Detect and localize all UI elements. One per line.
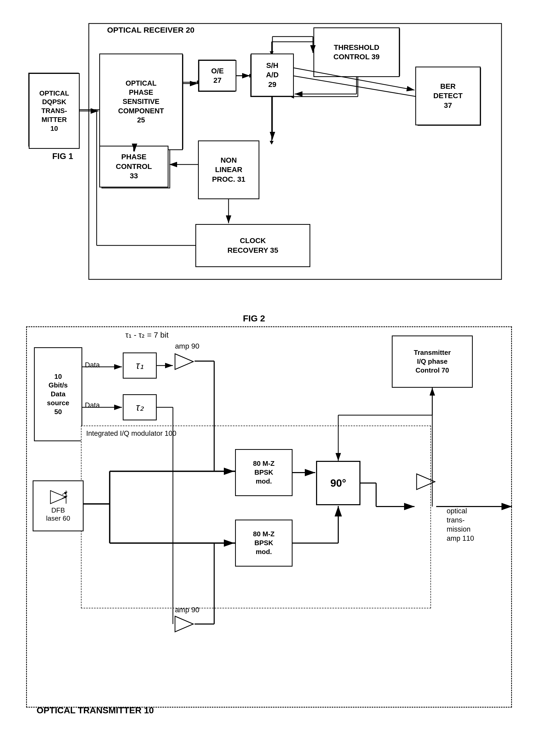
tau2-box: τ₂ <box>123 394 157 420</box>
fig1-diagram: FIG 1 OPTICAL RECEIVER 20 OPTICAL DQPSK … <box>21 16 517 290</box>
amp90-top-label: amp 90 <box>175 342 199 350</box>
fig1-label: FIG 1 <box>52 151 73 161</box>
transmitter-box: OPTICAL DQPSK TRANS- MITTER 10 <box>29 73 80 149</box>
bpsk2-box: 80 M-Z BPSK mod. <box>235 520 293 567</box>
tau1-label: τ₁ <box>136 360 143 371</box>
svg-marker-52 <box>175 616 193 632</box>
clock-recovery-box: CLOCK RECOVERY 35 <box>195 224 310 267</box>
bpsk1-box: 80 M-Z BPSK mod. <box>235 449 293 496</box>
oe-label: O/E 27 <box>211 66 224 85</box>
output-amp-triangle <box>415 473 436 492</box>
data-source-label: 10 Gbit/s Data source 50 <box>47 372 69 416</box>
ber-detect-box: BER DETECT 37 <box>415 66 481 125</box>
fig2-label: FIG 2 <box>243 313 265 324</box>
amp90-bot-label: amp 90 <box>175 606 199 614</box>
bpsk1-label: 80 M-Z BPSK mod. <box>253 459 275 486</box>
transmitter-iq-box: Transmitter I/Q phase Control 70 <box>392 335 473 388</box>
optical-receiver-label: OPTICAL RECEIVER 20 <box>107 26 195 35</box>
sh-ad-box: S/H A/D 29 <box>251 54 294 97</box>
dfb-laser-label: DFBlaser 60 <box>46 506 70 523</box>
nonlinear-box: NON LINEAR PROC. 31 <box>198 141 259 199</box>
tau-equation: τ₁ - τ₂ = 7 bit <box>125 330 168 340</box>
dfb-laser-box: DFBlaser 60 <box>33 481 84 531</box>
amp90-bot-triangle <box>174 615 195 634</box>
clock-recovery-label: CLOCK RECOVERY 35 <box>227 236 278 255</box>
svg-marker-48 <box>51 491 66 504</box>
optical-phase-box: OPTICAL PHASE SENSITIVE COMPONENT 25 <box>99 54 183 150</box>
phase-control-box: PHASE CONTROL 33 <box>99 146 168 187</box>
svg-line-16 <box>293 76 417 97</box>
fig2-diagram: FIG 2 OPTICAL TRANSMITTER 10 τ₁ - τ₂ = 7… <box>21 311 517 723</box>
bpsk2-label: 80 M-Z BPSK mod. <box>253 530 275 556</box>
sh-ad-label: S/H A/D 29 <box>266 61 278 89</box>
optical-trans-label: opticaltrans-missionamp 110 <box>447 507 474 543</box>
amp90-top-triangle <box>174 352 195 372</box>
svg-marker-26 <box>270 141 274 144</box>
oe-box: O/E 27 <box>199 60 236 91</box>
threshold-box: THRESHOLD CONTROL 39 <box>314 27 400 77</box>
tau1-box: τ₁ <box>123 352 157 379</box>
data2-label: Data <box>85 401 100 409</box>
transmitter-label: OPTICAL DQPSK TRANS- MITTER 10 <box>39 89 69 133</box>
svg-marker-47 <box>175 354 193 369</box>
transmitter-iq-label: Transmitter I/Q phase Control 70 <box>414 348 451 375</box>
optical-phase-label: OPTICAL PHASE SENSITIVE COMPONENT 25 <box>118 79 164 125</box>
data1-label: Data <box>85 361 100 369</box>
nonlinear-label: NON LINEAR PROC. 31 <box>212 156 245 184</box>
data-source-box: 10 Gbit/s Data source 50 <box>34 347 82 441</box>
threshold-label: THRESHOLD CONTROL 39 <box>334 43 380 62</box>
ber-detect-label: BER DETECT 37 <box>433 82 463 110</box>
svg-marker-53 <box>417 474 435 490</box>
svg-line-50 <box>62 492 67 494</box>
tau2-label: τ₂ <box>136 402 143 413</box>
phase-control-label: PHASE CONTROL 33 <box>116 152 152 181</box>
page-container: FIG 1 OPTICAL RECEIVER 20 OPTICAL DQPSK … <box>21 16 539 723</box>
degree-box: 90° <box>316 461 360 505</box>
optical-transmitter-label: OPTICAL TRANSMITTER 10 <box>37 705 154 715</box>
integrated-mod-label: Integrated I/Q modulator 100 <box>86 429 176 437</box>
